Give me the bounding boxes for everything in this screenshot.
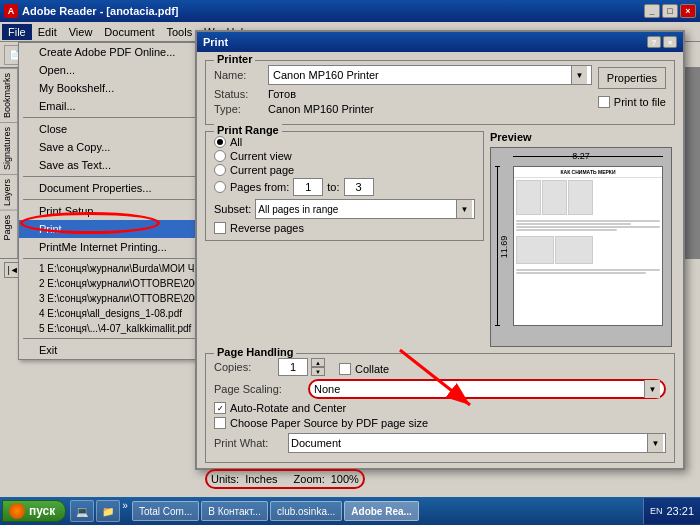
menu-view[interactable]: View xyxy=(63,24,99,40)
spin-down[interactable]: ▼ xyxy=(311,367,325,376)
taskbar-app-1[interactable]: Total Com... xyxy=(132,501,199,521)
menu-close[interactable]: Close xyxy=(19,120,217,138)
taskbar-app-3[interactable]: club.osinka... xyxy=(270,501,342,521)
all-radio[interactable] xyxy=(214,136,226,148)
dialog-controls: ? × xyxy=(647,36,677,48)
taskbar-apps: Total Com... В Контакт... club.osinka...… xyxy=(132,501,643,521)
sidebar-label-layers[interactable]: Layers xyxy=(0,174,17,210)
preview-text-block xyxy=(514,217,662,234)
menu-create-pdf[interactable]: Create Adobe PDF Online... xyxy=(19,43,217,61)
print-range-col: Print Range All Current view Current pag… xyxy=(205,131,484,347)
sidebar-label-bookmarks[interactable]: Bookmarks xyxy=(0,68,17,122)
recent-2[interactable]: 2 E:\сонця\журнали\OTTOBRE\200... xyxy=(19,276,217,291)
sidebar-label-pages[interactable]: Pages xyxy=(0,210,17,245)
pages-radio[interactable] xyxy=(214,181,226,193)
subset-arrow[interactable]: ▼ xyxy=(456,200,472,218)
menu-print-setup[interactable]: Print Setup... xyxy=(19,202,217,220)
choose-paper-checkbox[interactable] xyxy=(214,417,226,429)
printer-name-value: Canon MP160 Printer xyxy=(273,69,379,81)
menu-printme[interactable]: PrintMe Internet Printing... xyxy=(19,238,217,256)
all-radio-row: All xyxy=(214,136,475,148)
subset-select[interactable]: All pages in range ▼ xyxy=(255,199,475,219)
minimize-btn[interactable]: _ xyxy=(644,4,660,18)
copies-input[interactable] xyxy=(278,358,308,376)
scaling-label: Page Scaling: xyxy=(214,383,304,395)
current-view-radio[interactable] xyxy=(214,150,226,162)
sidebar-label-signatures[interactable]: Signatures xyxy=(0,122,17,174)
menu-print[interactable]: Print... xyxy=(19,220,217,238)
menu-save-copy[interactable]: Save a Copy... xyxy=(19,138,217,156)
dialog-close-btn[interactable]: × xyxy=(663,36,677,48)
units-zoom-bar: Units: Inches Zoom: 100% xyxy=(205,469,365,489)
copies-label: Copies: xyxy=(214,361,274,373)
quick-launch-2[interactable]: 📁 xyxy=(96,500,120,522)
system-tray: EN 23:21 xyxy=(643,498,700,524)
print-dialog: Print ? × Printer Name: Canon MP160 Prin… xyxy=(195,30,685,470)
dialog-title: Print xyxy=(203,36,647,48)
printer-select-arrow[interactable]: ▼ xyxy=(571,66,587,84)
units-label: Units: xyxy=(211,473,239,485)
title-bar: A Adobe Reader - [anotacia.pdf] _ □ × xyxy=(0,0,700,22)
preview-img-1 xyxy=(516,180,541,215)
quick-launch-1[interactable]: 💻 xyxy=(70,500,94,522)
menu-open[interactable]: Open... xyxy=(19,61,217,79)
preview-col: Preview 8.27 КАК СНИМАТЬ МЕРКИ xyxy=(490,131,675,347)
ruler-line-right xyxy=(657,156,663,157)
separator-4 xyxy=(23,258,213,259)
recent-4[interactable]: 4 E:\сонця\all_designs_1-08.pdf xyxy=(19,306,217,321)
menu-document[interactable]: Document xyxy=(98,24,160,40)
print-range-section: Print Range All Current view Current pag… xyxy=(205,131,484,241)
properties-btn[interactable]: Properties xyxy=(598,67,666,89)
pages-to-label: to: xyxy=(327,181,339,193)
zoom-value: 100% xyxy=(331,473,359,485)
print-what-select[interactable]: Document ▼ xyxy=(288,433,666,453)
menu-exit[interactable]: Exit xyxy=(19,341,217,359)
tray-lang[interactable]: EN xyxy=(650,506,663,516)
collate-label: Collate xyxy=(355,363,389,375)
reverse-checkbox[interactable] xyxy=(214,222,226,234)
pages-from-input[interactable] xyxy=(293,178,323,196)
menu-bookshelf[interactable]: My Bookshelf... xyxy=(19,79,217,97)
ruler-vert-line xyxy=(497,166,498,326)
auto-rotate-checkbox[interactable]: ✓ xyxy=(214,402,226,414)
menu-tools[interactable]: Tools xyxy=(161,24,199,40)
printer-type-row: Type: Canon MP160 Printer xyxy=(214,103,592,115)
pages-row: Pages from: to: xyxy=(214,178,475,196)
preview-page: КАК СНИМАТЬ МЕРКИ xyxy=(513,166,663,326)
close-btn[interactable]: × xyxy=(680,4,696,18)
spin-up[interactable]: ▲ xyxy=(311,358,325,367)
pages-from-label: Pages from: xyxy=(230,181,289,193)
page-scaling-select[interactable]: None ▼ xyxy=(308,379,666,399)
scaling-arrow[interactable]: ▼ xyxy=(644,380,660,398)
choose-paper-label: Choose Paper Source by PDF page size xyxy=(230,417,428,429)
menu-save-text[interactable]: Save as Text... xyxy=(19,156,217,174)
dialog-title-bar: Print ? × xyxy=(197,32,683,52)
taskbar-app-2[interactable]: В Контакт... xyxy=(201,501,268,521)
recent-3[interactable]: 3 E:\сонця\журнали\OTTOBRE\200... xyxy=(19,291,217,306)
current-page-radio[interactable] xyxy=(214,164,226,176)
collate-checkbox[interactable] xyxy=(339,363,351,375)
copies-row: Copies: ▲ ▼ Collate xyxy=(214,358,666,376)
printer-select[interactable]: Canon MP160 Printer ▼ xyxy=(268,65,592,85)
print-to-file-checkbox[interactable] xyxy=(598,96,610,108)
start-button[interactable]: пуск xyxy=(2,500,66,522)
dialog-help-btn[interactable]: ? xyxy=(647,36,661,48)
menu-edit[interactable]: Edit xyxy=(32,24,63,40)
maximize-btn[interactable]: □ xyxy=(662,4,678,18)
recent-1[interactable]: 1 E:\сонця\журнали\Burda\МОИ Ч... xyxy=(19,261,217,276)
separator-5 xyxy=(23,338,213,339)
menu-file[interactable]: File xyxy=(2,24,32,40)
menu-doc-properties[interactable]: Document Properties... xyxy=(19,179,217,197)
subset-label: Subset: xyxy=(214,203,251,215)
recent-5[interactable]: 5 E:\сонця\...\4-07_kalkkimallit.pdf xyxy=(19,321,217,336)
preview-height-dim: 11.69 xyxy=(499,236,509,259)
menu-email[interactable]: Email... xyxy=(19,97,217,115)
pages-to-input[interactable] xyxy=(344,178,374,196)
taskbar-app-4[interactable]: Adobe Rea... xyxy=(344,501,419,521)
quick-launch-expand[interactable]: » xyxy=(122,500,128,522)
print-what-label: Print What: xyxy=(214,437,284,449)
preview-ruler-left xyxy=(497,166,498,326)
adobe-icon: A xyxy=(4,4,18,18)
print-what-arrow[interactable]: ▼ xyxy=(647,434,663,452)
tray-time: 23:21 xyxy=(666,505,694,517)
